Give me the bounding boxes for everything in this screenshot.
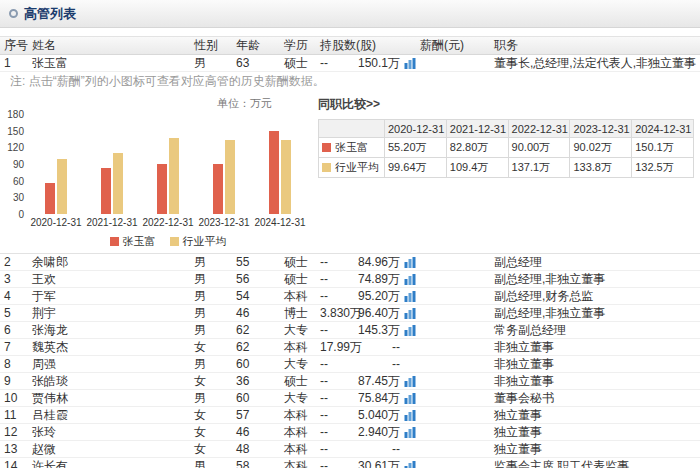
cell-shares: -- — [316, 407, 350, 423]
salary-value: 150.1万 — [350, 55, 400, 71]
section-titlebar: 高管列表 — [0, 0, 700, 28]
cell-position: 独立董事 — [490, 441, 700, 457]
salary-value: 74.89万 — [350, 271, 400, 287]
cell-name: 张玲 — [28, 424, 190, 440]
cell-name: 贾伟林 — [28, 390, 190, 406]
comparison-date-header: 2023-12-31 — [570, 120, 632, 138]
cell-name: 赵微 — [28, 441, 190, 457]
salary-value: 30.61万 — [350, 458, 400, 468]
bar-行业平均 — [281, 140, 291, 214]
salary-history-icon[interactable] — [404, 291, 416, 302]
cell-edu: 硕士 — [280, 373, 316, 389]
cell-edu: 本科 — [280, 339, 316, 355]
salary-history-icon[interactable] — [404, 393, 416, 404]
bar-group — [84, 153, 140, 214]
cell-salary: 74.89万 — [350, 271, 490, 287]
cell-shares: -- — [316, 288, 350, 304]
salary-history-icon[interactable] — [404, 376, 416, 387]
cell-position: 独立董事 — [490, 407, 700, 423]
column-header-6: 薪酬(元) — [350, 37, 490, 54]
cell-age: 63 — [232, 55, 280, 71]
salary-history-icon[interactable] — [404, 257, 416, 268]
cell-age: 46 — [232, 424, 280, 440]
bar-group — [196, 140, 252, 214]
cell-salary: -- — [350, 441, 490, 457]
cell-no: 6 — [0, 322, 28, 338]
cell-name: 荆宇 — [28, 305, 190, 321]
chart-unit-label: 单位：万元 — [4, 90, 308, 114]
comparison-value: 109.4万 — [446, 158, 508, 178]
cell-edu: 大专 — [280, 322, 316, 338]
salary-history-icon[interactable] — [404, 325, 416, 336]
bar-张玉富 — [157, 164, 167, 214]
cell-name: 余啸郎 — [28, 254, 190, 270]
bar-行业平均 — [57, 159, 67, 214]
cell-gender: 女 — [190, 441, 232, 457]
bar-group — [28, 159, 84, 214]
salary-value: 84.96万 — [350, 254, 400, 270]
salary-history-icon[interactable] — [404, 58, 416, 69]
cell-age: 46 — [232, 305, 280, 321]
column-header-4: 学历 — [280, 37, 316, 54]
cell-age: 58 — [232, 458, 280, 468]
y-axis-label: 120 — [7, 143, 24, 153]
salary-history-icon[interactable] — [404, 308, 416, 319]
cell-edu: 本科 — [280, 424, 316, 440]
plot-area — [28, 114, 308, 214]
salary-history-icon[interactable] — [404, 410, 416, 421]
cell-edu: 本科 — [280, 407, 316, 423]
cell-edu: 本科 — [280, 288, 316, 304]
cell-shares: -- — [316, 390, 350, 406]
cell-name: 许长有 — [28, 458, 190, 468]
cell-age: 36 — [232, 373, 280, 389]
cell-salary: 75.84万 — [350, 390, 490, 406]
table-row: 2余啸郎男55硕士--84.96万副总经理 — [0, 254, 700, 271]
cell-position: 副总经理 — [490, 254, 700, 270]
salary-history-icon[interactable] — [404, 461, 416, 468]
cell-position: 非独立董事 — [490, 373, 700, 389]
cell-gender: 男 — [190, 55, 232, 71]
legend-swatch — [170, 237, 179, 246]
table-row: 6张海龙男62大专--145.3万常务副总经理 — [0, 322, 700, 339]
bar-group — [140, 138, 196, 214]
salary-history-icon[interactable] — [404, 274, 416, 285]
peer-comparison-link[interactable]: 同职比较>> — [318, 96, 694, 113]
cell-gender: 男 — [190, 458, 232, 468]
bar-行业平均 — [169, 138, 179, 214]
cell-shares: -- — [316, 424, 350, 440]
cell-shares: -- — [316, 55, 350, 71]
y-axis-label: 0 — [18, 210, 24, 220]
executive-list-page: 高管列表 序号姓名性别年龄学历持股数(股)薪酬(元)职务 1张玉富男63硕士--… — [0, 0, 700, 468]
cell-edu: 大专 — [280, 356, 316, 372]
cell-position: 常务副总经理 — [490, 322, 700, 338]
cell-position: 非独立董事 — [490, 356, 700, 372]
cell-no: 12 — [0, 424, 28, 440]
cell-no: 4 — [0, 288, 28, 304]
cell-no: 14 — [0, 458, 28, 468]
cell-edu: 硕士 — [280, 271, 316, 287]
legend-swatch — [110, 237, 119, 246]
table-row: 10贾伟林男60大专--75.84万董事会秘书 — [0, 390, 700, 407]
x-axis-label: 2024-12-31 — [252, 217, 308, 228]
cell-position: 非独立董事 — [490, 339, 700, 355]
bar-张玉富 — [213, 164, 223, 214]
series-swatch — [322, 143, 331, 152]
table-row: 11吕桂霞女57本科--5.040万独立董事 — [0, 407, 700, 424]
comparison-value: 90.00万 — [508, 138, 570, 158]
cell-age: 48 — [232, 441, 280, 457]
cell-salary: 145.3万 — [350, 322, 490, 338]
salary-history-chart: 单位：万元 1801501209060300 2020-12-312021-12… — [0, 90, 308, 249]
cell-no: 7 — [0, 339, 28, 355]
salary-value: 87.45万 — [350, 373, 400, 389]
comparison-date-header: 2022-12-31 — [508, 120, 570, 138]
salary-value: 95.20万 — [350, 288, 400, 304]
cell-edu: 本科 — [280, 441, 316, 457]
salary-history-icon[interactable] — [404, 427, 416, 438]
cell-shares: -- — [316, 373, 350, 389]
table-row: 4于军男54本科--95.20万副总经理,财务总监 — [0, 288, 700, 305]
table-row: 7魏英杰女62本科17.99万--非独立董事 — [0, 339, 700, 356]
column-header-2: 性别 — [190, 37, 232, 54]
salary-value: 145.3万 — [350, 322, 400, 338]
comparison-value: 55.20万 — [385, 138, 447, 158]
cell-position: 副总经理,非独立董事 — [490, 271, 700, 287]
